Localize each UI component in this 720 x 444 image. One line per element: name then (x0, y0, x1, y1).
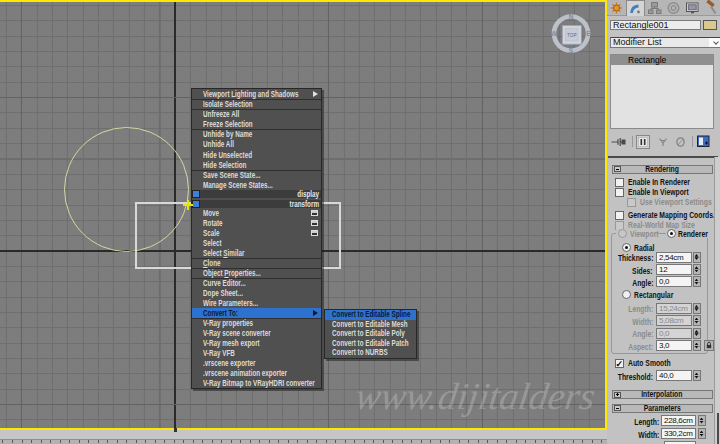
svg-text:TOP: TOP (567, 33, 576, 38)
svg-text:E: E (586, 30, 591, 37)
svg-text:N: N (569, 13, 574, 20)
svg-text:S: S (569, 47, 574, 54)
svg-text:W: W (551, 30, 558, 37)
